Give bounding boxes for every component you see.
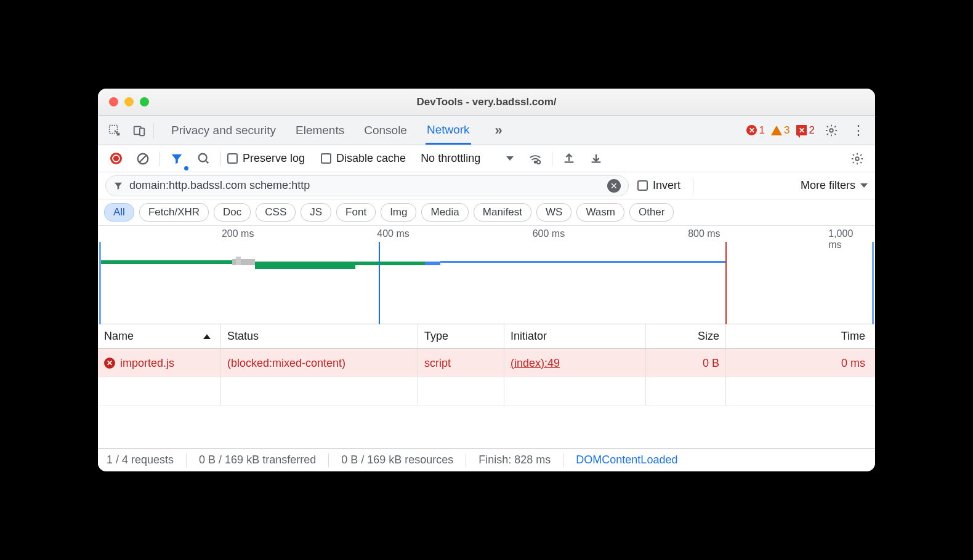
chip-media[interactable]: Media xyxy=(421,203,468,222)
chip-ws[interactable]: WS xyxy=(536,203,571,222)
network-toolbar: Preserve log Disable cache No throttling xyxy=(98,145,875,172)
throttling-select[interactable]: No throttling xyxy=(421,152,514,165)
chip-fetch-xhr[interactable]: Fetch/XHR xyxy=(139,203,209,222)
clear-filter-icon[interactable]: ✕ xyxy=(607,179,621,193)
filter-bar: domain:http.badssl.com scheme:http ✕ Inv… xyxy=(98,172,875,199)
device-toolbar-icon[interactable] xyxy=(129,120,150,141)
summary-transferred: 0 B / 169 kB transferred xyxy=(199,454,316,466)
invert-checkbox[interactable]: Invert xyxy=(637,179,680,192)
request-type: script xyxy=(424,357,451,370)
column-status[interactable]: Status xyxy=(221,324,418,348)
svg-point-6 xyxy=(199,153,207,161)
filter-icon[interactable] xyxy=(166,148,187,169)
request-initiator-link[interactable]: (index):49 xyxy=(511,357,560,370)
domcontentloaded-line xyxy=(379,242,380,324)
chip-wasm[interactable]: Wasm xyxy=(576,203,624,222)
column-name[interactable]: Name xyxy=(98,324,221,348)
chip-all[interactable]: All xyxy=(104,203,134,222)
chip-other[interactable]: Other xyxy=(629,203,674,222)
close-window-button[interactable] xyxy=(109,97,118,106)
cell-initiator: (index):49 xyxy=(504,349,646,377)
column-size[interactable]: Size xyxy=(646,324,726,348)
checkbox-icon xyxy=(637,180,648,191)
disable-cache-label: Disable cache xyxy=(336,152,406,165)
table-header: Name Status Type Initiator Size Time xyxy=(98,324,875,349)
inspect-element-icon[interactable] xyxy=(104,120,125,141)
chevron-down-icon xyxy=(860,183,868,188)
preserve-log-label: Preserve log xyxy=(243,152,305,165)
record-button[interactable] xyxy=(105,148,126,169)
warning-count-badge[interactable]: 3 xyxy=(771,124,789,137)
more-tabs-icon[interactable]: » xyxy=(488,120,509,141)
svg-line-5 xyxy=(139,154,147,162)
error-count: 1 xyxy=(759,124,765,137)
divider xyxy=(466,454,466,467)
chip-img[interactable]: Img xyxy=(381,203,416,222)
request-size: 0 B xyxy=(703,357,719,370)
divider xyxy=(186,454,187,467)
tab-network[interactable]: Network xyxy=(426,117,471,145)
error-count-badge[interactable]: ✕ 1 xyxy=(746,124,765,137)
divider xyxy=(159,151,160,166)
settings-icon[interactable] xyxy=(821,120,842,141)
clear-button[interactable] xyxy=(132,148,153,169)
column-time-label: Time xyxy=(841,330,865,343)
chip-css[interactable]: CSS xyxy=(256,203,296,222)
divider xyxy=(220,151,221,166)
tab-privacy-security[interactable]: Privacy and security xyxy=(170,118,277,143)
disable-cache-checkbox[interactable]: Disable cache xyxy=(321,152,406,165)
column-initiator[interactable]: Initiator xyxy=(504,324,646,348)
waterfall-bar xyxy=(101,260,232,264)
svg-point-9 xyxy=(537,160,541,164)
search-icon[interactable] xyxy=(193,148,214,169)
chip-font[interactable]: Font xyxy=(336,203,376,222)
chip-js[interactable]: JS xyxy=(301,203,331,222)
column-type[interactable]: Type xyxy=(418,324,504,348)
zoom-window-button[interactable] xyxy=(140,97,149,106)
more-filters-button[interactable]: More filters xyxy=(801,179,868,192)
svg-line-7 xyxy=(206,160,209,163)
column-size-label: Size xyxy=(698,330,719,343)
error-icon: ✕ xyxy=(104,358,115,369)
tabs-right: ✕ 1 3 ✕ 2 ⋮ xyxy=(746,120,869,141)
chevron-down-icon xyxy=(506,156,514,161)
timeline-handle[interactable] xyxy=(236,257,241,265)
issue-icon: ✕ xyxy=(796,125,807,136)
export-har-icon[interactable] xyxy=(559,148,579,169)
column-status-label: Status xyxy=(227,330,259,343)
divider xyxy=(153,123,154,138)
divider xyxy=(328,454,329,467)
chip-manifest[interactable]: Manifest xyxy=(474,203,531,222)
filter-input[interactable]: domain:http.badssl.com scheme:http ✕ xyxy=(105,175,629,196)
filter-query: domain:http.badssl.com scheme:http xyxy=(129,179,310,192)
window-title: DevTools - very.badssl.com/ xyxy=(98,96,875,108)
more-options-icon[interactable]: ⋮ xyxy=(848,120,869,141)
column-type-label: Type xyxy=(424,330,448,343)
network-settings-icon[interactable] xyxy=(847,148,868,169)
summary-bar: 1 / 4 requests 0 B / 169 kB transferred … xyxy=(98,448,875,471)
table-row[interactable]: ✕ imported.js (blocked:mixed-content) sc… xyxy=(98,349,875,377)
column-time[interactable]: Time xyxy=(726,324,875,348)
table-row xyxy=(98,377,875,406)
error-icon: ✕ xyxy=(746,125,757,136)
import-har-icon[interactable] xyxy=(586,148,607,169)
request-time: 0 ms xyxy=(841,357,865,370)
tab-elements[interactable]: Elements xyxy=(294,118,345,143)
summary-resources: 0 B / 169 kB resources xyxy=(341,454,453,466)
preserve-log-checkbox[interactable]: Preserve log xyxy=(227,152,305,165)
divider xyxy=(552,151,552,166)
summary-domcontentloaded: DOMContentLoaded xyxy=(576,454,677,466)
network-conditions-icon[interactable] xyxy=(525,148,546,169)
funnel-icon xyxy=(113,181,123,191)
issue-count-badge[interactable]: ✕ 2 xyxy=(796,124,815,137)
timeline-labels: 200 ms 400 ms 600 ms 800 ms 1,000 ms xyxy=(98,226,875,242)
checkbox-icon xyxy=(321,153,331,164)
tab-console[interactable]: Console xyxy=(363,118,408,143)
warning-icon xyxy=(771,125,782,136)
chip-doc[interactable]: Doc xyxy=(214,203,251,222)
timeline-overview[interactable]: 200 ms 400 ms 600 ms 800 ms 1,000 ms xyxy=(98,226,875,324)
minimize-window-button[interactable] xyxy=(124,97,134,106)
warning-count: 3 xyxy=(784,124,789,137)
table-body: ✕ imported.js (blocked:mixed-content) sc… xyxy=(98,349,875,448)
summary-finish: Finish: 828 ms xyxy=(478,454,551,466)
